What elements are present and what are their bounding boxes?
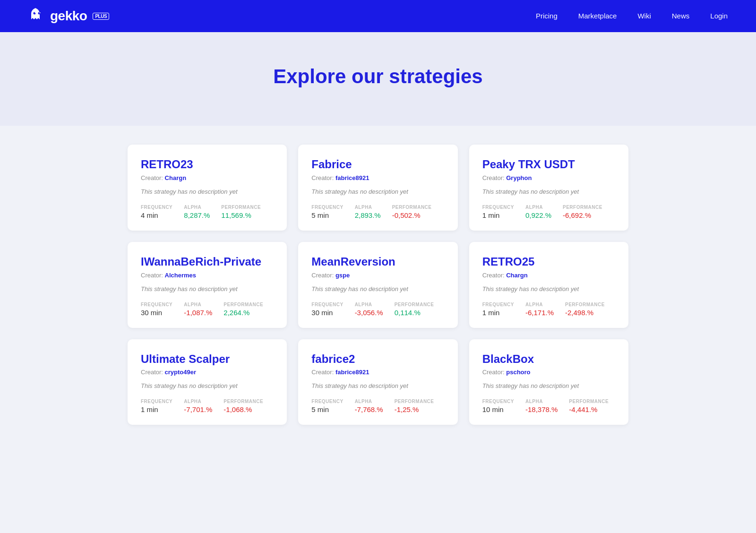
strategy-card[interactable]: fabrice2 Creator: fabrice8921 This strat…: [298, 339, 457, 425]
frequency-value: 30 min: [311, 309, 343, 317]
creator-name[interactable]: Alchermes: [165, 272, 196, 279]
stat-frequency: FREQUENCY 5 min: [311, 399, 343, 413]
performance-value: 11,569.%: [221, 211, 261, 219]
creator-name[interactable]: Chargn: [165, 174, 187, 181]
card-stats: FREQUENCY 1 min ALPHA -6,171.% PERFORMAN…: [482, 302, 615, 317]
card-description: This strategy has no description yet: [311, 382, 444, 389]
nav-link-marketplace[interactable]: Marketplace: [578, 12, 617, 20]
frequency-label: FREQUENCY: [311, 205, 343, 210]
alpha-value: -7,701.%: [184, 405, 212, 413]
stat-performance: PERFORMANCE 11,569.%: [221, 205, 261, 219]
frequency-label: FREQUENCY: [482, 302, 514, 307]
performance-value: 0,114.%: [395, 309, 434, 317]
card-title: MeanReversion: [311, 255, 444, 269]
strategy-card[interactable]: Fabrice Creator: fabrice8921 This strate…: [298, 145, 457, 231]
strategy-card[interactable]: Ultimate Scalper Creator: crypto49er Thi…: [128, 339, 287, 425]
performance-label: PERFORMANCE: [392, 205, 432, 210]
stat-frequency: FREQUENCY 1 min: [482, 205, 514, 219]
alpha-label: ALPHA: [184, 302, 212, 307]
performance-label: PERFORMANCE: [395, 399, 434, 404]
card-creator: Creator: gspe: [311, 272, 444, 279]
gekko-ghost-icon: [28, 6, 45, 26]
creator-name[interactable]: Chargn: [506, 272, 528, 279]
stat-alpha: ALPHA -7,701.%: [184, 399, 212, 413]
card-title: Fabrice: [311, 158, 444, 172]
plus-badge: PLUS: [93, 13, 109, 20]
strategy-card[interactable]: MeanReversion Creator: gspe This strateg…: [298, 242, 457, 328]
stat-performance: PERFORMANCE -6,692.%: [563, 205, 602, 219]
strategy-card[interactable]: Peaky TRX USDT Creator: Gryphon This str…: [469, 145, 628, 231]
alpha-label: ALPHA: [525, 205, 551, 210]
alpha-value: 2,893.%: [355, 211, 381, 219]
card-stats: FREQUENCY 5 min ALPHA -7,768.% PERFORMAN…: [311, 399, 444, 413]
card-stats: FREQUENCY 1 min ALPHA -7,701.% PERFORMAN…: [141, 399, 274, 413]
alpha-value: -3,056.%: [355, 309, 383, 317]
strategy-card[interactable]: RETRO25 Creator: Chargn This strategy ha…: [469, 242, 628, 328]
frequency-label: FREQUENCY: [311, 399, 343, 404]
nav-link-news[interactable]: News: [672, 12, 690, 20]
nav-link-login[interactable]: Login: [710, 12, 728, 20]
alpha-label: ALPHA: [525, 399, 558, 404]
card-description: This strategy has no description yet: [311, 188, 444, 195]
frequency-value: 4 min: [141, 211, 172, 219]
performance-value: -0,502.%: [392, 211, 432, 219]
performance-value: -2,498.%: [565, 309, 605, 317]
creator-name[interactable]: Gryphon: [506, 174, 532, 181]
stat-performance: PERFORMANCE -1,25.%: [395, 399, 434, 413]
logo[interactable]: gekkoPLUS: [28, 6, 109, 26]
stat-performance: PERFORMANCE -1,068.%: [223, 399, 263, 413]
frequency-value: 1 min: [482, 211, 514, 219]
card-title: RETRO23: [141, 158, 274, 172]
stat-alpha: ALPHA -1,087.%: [184, 302, 212, 317]
strategy-card[interactable]: RETRO23 Creator: Chargn This strategy ha…: [128, 145, 287, 231]
alpha-label: ALPHA: [184, 205, 210, 210]
card-creator: Creator: Gryphon: [482, 174, 615, 181]
alpha-value: 0,922.%: [525, 211, 551, 219]
card-title: RETRO25: [482, 255, 615, 269]
stat-frequency: FREQUENCY 4 min: [141, 205, 172, 219]
frequency-value: 1 min: [482, 309, 514, 317]
performance-value: -6,692.%: [563, 211, 602, 219]
performance-value: 2,264.%: [223, 309, 263, 317]
stat-performance: PERFORMANCE 2,264.%: [223, 302, 263, 317]
stat-frequency: FREQUENCY 5 min: [311, 205, 343, 219]
alpha-value: -6,171.%: [525, 309, 554, 317]
performance-label: PERFORMANCE: [395, 302, 434, 307]
stat-performance: PERFORMANCE -4,441.%: [569, 399, 609, 413]
creator-name[interactable]: gspe: [335, 272, 350, 279]
card-description: This strategy has no description yet: [482, 285, 615, 292]
card-creator: Creator: pschoro: [482, 369, 615, 376]
card-title: Ultimate Scalper: [141, 352, 274, 366]
performance-label: PERFORMANCE: [223, 302, 263, 307]
stat-performance: PERFORMANCE 0,114.%: [395, 302, 434, 317]
creator-name[interactable]: fabrice8921: [335, 174, 369, 181]
frequency-label: FREQUENCY: [141, 205, 172, 210]
card-creator: Creator: Chargn: [482, 272, 615, 279]
frequency-label: FREQUENCY: [311, 302, 343, 307]
stat-performance: PERFORMANCE -0,502.%: [392, 205, 432, 219]
alpha-label: ALPHA: [184, 399, 212, 404]
alpha-value: 8,287.%: [184, 211, 210, 219]
creator-name[interactable]: fabrice8921: [335, 369, 369, 376]
card-description: This strategy has no description yet: [311, 285, 444, 292]
nav-link-wiki[interactable]: Wiki: [637, 12, 651, 20]
stat-alpha: ALPHA 2,893.%: [355, 205, 381, 219]
alpha-value: -7,768.%: [355, 405, 383, 413]
stat-performance: PERFORMANCE -2,498.%: [565, 302, 605, 317]
creator-name[interactable]: pschoro: [506, 369, 530, 376]
card-creator: Creator: Alchermes: [141, 272, 274, 279]
main-nav: gekkoPLUS Pricing Marketplace Wiki News …: [0, 0, 756, 32]
strategy-card[interactable]: IWannaBeRich-Private Creator: Alchermes …: [128, 242, 287, 328]
nav-link-pricing[interactable]: Pricing: [536, 12, 558, 20]
performance-label: PERFORMANCE: [221, 205, 261, 210]
creator-name[interactable]: crypto49er: [165, 369, 196, 376]
stat-frequency: FREQUENCY 1 min: [141, 399, 172, 413]
stat-alpha: ALPHA -7,768.%: [355, 399, 383, 413]
stat-frequency: FREQUENCY 1 min: [482, 302, 514, 317]
strategy-card[interactable]: BlackBox Creator: pschoro This strategy …: [469, 339, 628, 425]
card-stats: FREQUENCY 1 min ALPHA 0,922.% PERFORMANC…: [482, 205, 615, 219]
frequency-label: FREQUENCY: [482, 399, 514, 404]
card-creator: Creator: crypto49er: [141, 369, 274, 376]
performance-value: -1,25.%: [395, 405, 434, 413]
svg-point-2: [35, 12, 36, 13]
